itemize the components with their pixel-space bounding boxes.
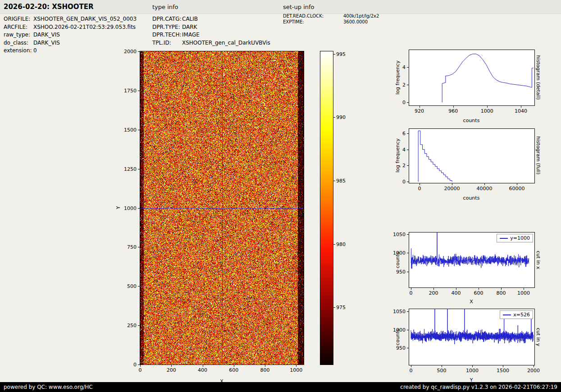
x-tick-mark <box>534 365 534 367</box>
page-title: 2026-02-20: XSHOOTER <box>4 3 94 11</box>
colorbar-tick-label: 975 <box>336 305 346 310</box>
x-tick-mark <box>501 288 502 290</box>
x-tick-mark <box>296 365 296 367</box>
x-tick-mark <box>265 365 265 367</box>
metadata-value: CALIB <box>182 15 198 23</box>
x-tick-mark <box>411 365 411 367</box>
x-tick-label: 800 <box>260 367 270 373</box>
colorbar-tick-label: 980 <box>336 241 346 247</box>
x-tick-mark <box>521 106 521 108</box>
x-tick-mark <box>453 106 454 108</box>
hist-full-y-axis-label: log frequency <box>395 138 401 172</box>
x-tick-label: 0 <box>418 186 421 191</box>
metadata-row: do_class:DARK_VIS <box>4 39 137 47</box>
type-info-heading: type info <box>152 4 178 10</box>
hist-full-right-label: histogram (full) <box>535 137 541 175</box>
setup-info-block: DET.READ.CLOCK:400k/1pt/lg/2x2EXPTIME:36… <box>283 13 379 25</box>
x-tick-label: 1500 <box>497 368 509 374</box>
file-metadata-block: ORIGFILE:XSHOOTER_GEN_DARK_VIS_052_0003A… <box>4 15 137 55</box>
x-tick-label: 1000 <box>481 108 493 114</box>
metadata-value: 400k/1pt/lg/2x2 <box>343 13 379 19</box>
y-tick-label: 6 <box>402 130 406 136</box>
metadata-row: DPR.TYPE:DARK <box>152 23 270 32</box>
x-tick-mark <box>524 288 524 290</box>
y-tick-mark <box>407 85 409 85</box>
y-tick-label: 750 <box>127 244 137 250</box>
x-tick-label: 960 <box>448 108 458 114</box>
x-tick-label: 920 <box>415 108 424 114</box>
y-tick-mark <box>407 348 409 348</box>
x-tick-mark <box>420 183 420 185</box>
cut-x-right-label: cut in x <box>535 251 541 269</box>
metadata-value: XSHOOTER_gen_cal_DarkUVBVis <box>182 39 270 47</box>
x-tick-mark <box>503 365 503 367</box>
y-tick-mark <box>407 165 409 166</box>
colorbar-tick-mark <box>333 244 335 245</box>
y-tick-mark <box>407 182 409 182</box>
hist-detail-x-axis-label: counts <box>463 118 480 123</box>
x-tick-label: 600 <box>229 367 238 373</box>
histogram-full-canvas <box>409 129 534 183</box>
colorbar-tick-label: 990 <box>336 114 346 120</box>
footer-created-by: created by qc_rawdisp.py v1.2.3 on 2026-… <box>400 382 557 392</box>
histogram-detail-canvas <box>409 50 534 105</box>
x-tick-mark <box>140 365 141 367</box>
x-tick-mark <box>517 183 517 185</box>
y-tick-label: 0 <box>133 362 137 368</box>
y-tick-label: 2 <box>402 82 406 88</box>
metadata-value: DARK_VIS <box>33 39 60 47</box>
footer-powered-by: powered by QC: www.eso.org/HC <box>4 382 93 392</box>
metadata-row: DPR.TECH:IMAGE <box>152 31 270 39</box>
x-tick-mark <box>452 183 452 185</box>
y-tick-mark <box>138 91 140 91</box>
y-tick-label: 1050 <box>393 232 406 237</box>
x-tick-label: 400 <box>452 290 461 296</box>
y-tick-label: 950 <box>396 345 406 351</box>
y-tick-mark <box>138 247 140 247</box>
y-tick-mark <box>138 365 140 365</box>
metadata-row: ORIGFILE:XSHOOTER_GEN_DARK_VIS_052_0003 <box>4 15 137 23</box>
metadata-label: ORIGFILE: <box>4 15 33 23</box>
metadata-label: TPL.ID: <box>152 39 182 47</box>
y-tick-label: 0 <box>402 179 406 185</box>
qc-report-page: 2026-02-20: XSHOOTER type info set-up in… <box>0 0 561 392</box>
y-tick-label: 250 <box>127 323 137 328</box>
hist-detail-right-label: histogram (detail) <box>535 55 541 100</box>
colorbar-tick-mark <box>333 307 335 308</box>
metadata-label: DPR.TYPE: <box>152 23 182 32</box>
y-tick-mark <box>407 272 409 272</box>
y-tick-mark <box>138 51 140 52</box>
x-tick-label: 0 <box>139 367 142 373</box>
setup-info-heading: set-up info <box>283 4 315 10</box>
y-tick-label: 1000 <box>124 205 137 211</box>
cut-y-right-label: cut in y <box>535 328 541 346</box>
x-tick-mark <box>487 106 488 108</box>
x-tick-mark <box>234 365 234 367</box>
y-tick-label: 1250 <box>124 166 137 172</box>
y-tick-mark <box>407 311 409 312</box>
metadata-label: ARCFILE: <box>4 23 33 32</box>
y-tick-label: 2000 <box>124 49 137 55</box>
y-tick-label: 1000 <box>393 327 406 333</box>
x-tick-label: 200 <box>167 367 176 373</box>
x-tick-mark <box>442 365 442 367</box>
histogram-detail-plot: 92096010001040024 <box>409 50 535 106</box>
metadata-row: DET.READ.CLOCK:400k/1pt/lg/2x2 <box>283 13 379 19</box>
x-tick-mark <box>479 288 479 290</box>
y-tick-label: 4 <box>402 146 406 152</box>
metadata-value: DARK <box>182 23 197 32</box>
y-tick-mark <box>407 133 409 134</box>
metadata-row: EXPTIME:3600.0000 <box>283 19 379 25</box>
cut-in-x-plot: y=1000 0200400600800100095010001050 <box>409 232 535 288</box>
x-tick-label: 800 <box>497 290 506 296</box>
footer-bar: powered by QC: www.eso.org/HC created by… <box>0 382 561 392</box>
y-tick-mark <box>138 208 140 209</box>
y-tick-label: 1500 <box>124 127 137 132</box>
x-tick-label: 1000 <box>290 367 302 373</box>
x-tick-label: 60000 <box>509 186 525 191</box>
colorbar-tick-label: 995 <box>336 51 346 57</box>
x-tick-mark <box>484 183 485 185</box>
metadata-label: DET.READ.CLOCK: <box>283 13 343 19</box>
type-info-block: DPR.CATG:CALIBDPR.TYPE:DARKDPR.TECH:IMAG… <box>152 15 270 47</box>
x-tick-label: 1000 <box>517 290 530 296</box>
